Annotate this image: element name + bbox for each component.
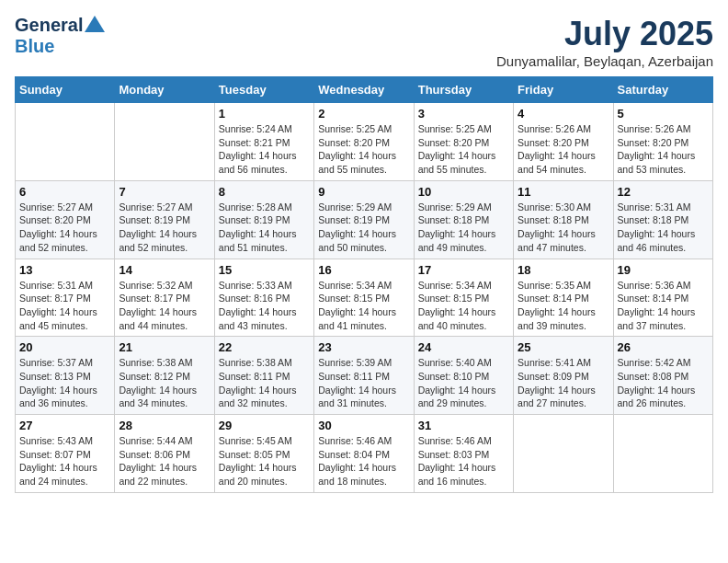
day-info: Sunrise: 5:46 AM Sunset: 8:03 PM Dayligh… <box>418 434 509 488</box>
day-number: 20 <box>19 340 110 354</box>
day-number: 2 <box>318 107 409 121</box>
day-cell: 17Sunrise: 5:34 AM Sunset: 8:15 PM Dayli… <box>414 259 513 337</box>
day-info: Sunrise: 5:45 AM Sunset: 8:05 PM Dayligh… <box>219 434 310 488</box>
day-number: 17 <box>418 263 509 277</box>
day-number: 25 <box>518 340 609 354</box>
week-row-1: 6Sunrise: 5:27 AM Sunset: 8:20 PM Daylig… <box>16 180 713 259</box>
day-cell: 14Sunrise: 5:32 AM Sunset: 8:17 PM Dayli… <box>115 259 214 337</box>
day-number: 30 <box>318 419 409 432</box>
day-number: 27 <box>19 419 110 432</box>
day-info: Sunrise: 5:44 AM Sunset: 8:06 PM Dayligh… <box>119 434 210 488</box>
day-info: Sunrise: 5:41 AM Sunset: 8:09 PM Dayligh… <box>518 356 609 410</box>
day-info: Sunrise: 5:28 AM Sunset: 8:19 PM Dayligh… <box>219 201 310 255</box>
col-thursday: Thursday <box>414 77 513 103</box>
logo-triangle-icon <box>85 16 105 32</box>
day-info: Sunrise: 5:29 AM Sunset: 8:18 PM Dayligh… <box>418 201 509 255</box>
day-cell: 8Sunrise: 5:28 AM Sunset: 8:19 PM Daylig… <box>214 180 313 259</box>
day-info: Sunrise: 5:34 AM Sunset: 8:15 PM Dayligh… <box>318 279 409 333</box>
day-cell: 26Sunrise: 5:42 AM Sunset: 8:08 PM Dayli… <box>613 337 712 415</box>
day-cell <box>16 103 115 181</box>
day-number: 4 <box>518 107 609 121</box>
day-info: Sunrise: 5:34 AM Sunset: 8:15 PM Dayligh… <box>418 279 509 333</box>
day-info: Sunrise: 5:25 AM Sunset: 8:20 PM Dayligh… <box>318 122 409 177</box>
day-cell <box>613 415 712 493</box>
day-cell: 20Sunrise: 5:37 AM Sunset: 8:13 PM Dayli… <box>16 337 115 415</box>
day-info: Sunrise: 5:35 AM Sunset: 8:14 PM Dayligh… <box>518 279 609 333</box>
day-info: Sunrise: 5:32 AM Sunset: 8:17 PM Dayligh… <box>119 279 210 333</box>
day-cell: 4Sunrise: 5:26 AM Sunset: 8:20 PM Daylig… <box>514 103 613 181</box>
day-cell: 22Sunrise: 5:38 AM Sunset: 8:11 PM Dayli… <box>214 337 313 415</box>
day-info: Sunrise: 5:38 AM Sunset: 8:11 PM Dayligh… <box>219 356 310 410</box>
day-info: Sunrise: 5:26 AM Sunset: 8:20 PM Dayligh… <box>618 122 709 177</box>
logo-general: General <box>15 15 83 36</box>
day-cell: 18Sunrise: 5:35 AM Sunset: 8:14 PM Dayli… <box>514 259 613 337</box>
day-cell: 15Sunrise: 5:33 AM Sunset: 8:16 PM Dayli… <box>214 259 313 337</box>
day-number: 15 <box>219 263 310 277</box>
calendar-header-row: SundayMondayTuesdayWednesdayThursdayFrid… <box>16 77 713 103</box>
day-cell: 29Sunrise: 5:45 AM Sunset: 8:05 PM Dayli… <box>214 415 313 493</box>
day-cell: 7Sunrise: 5:27 AM Sunset: 8:19 PM Daylig… <box>115 180 214 259</box>
day-cell: 25Sunrise: 5:41 AM Sunset: 8:09 PM Dayli… <box>514 337 613 415</box>
day-cell: 27Sunrise: 5:43 AM Sunset: 8:07 PM Dayli… <box>16 415 115 493</box>
day-number: 24 <box>418 340 509 354</box>
svg-marker-0 <box>85 16 105 32</box>
location-title: Dunyamalilar, Beylaqan, Azerbaijan <box>496 53 713 69</box>
day-cell: 10Sunrise: 5:29 AM Sunset: 8:18 PM Dayli… <box>414 180 513 259</box>
day-info: Sunrise: 5:40 AM Sunset: 8:10 PM Dayligh… <box>418 356 509 410</box>
day-cell: 16Sunrise: 5:34 AM Sunset: 8:15 PM Dayli… <box>314 259 414 337</box>
col-tuesday: Tuesday <box>214 77 313 103</box>
day-number: 14 <box>119 263 210 277</box>
day-cell: 3Sunrise: 5:25 AM Sunset: 8:20 PM Daylig… <box>414 103 513 181</box>
day-cell: 21Sunrise: 5:38 AM Sunset: 8:12 PM Dayli… <box>115 337 214 415</box>
month-title: July 2025 <box>496 15 713 53</box>
day-number: 19 <box>618 263 709 277</box>
header: General Blue July 2025 Dunyamalilar, Bey… <box>15 15 713 69</box>
day-cell: 24Sunrise: 5:40 AM Sunset: 8:10 PM Dayli… <box>414 337 513 415</box>
day-number: 8 <box>219 185 310 199</box>
day-cell: 12Sunrise: 5:31 AM Sunset: 8:18 PM Dayli… <box>613 180 712 259</box>
day-number: 1 <box>219 107 310 121</box>
calendar-body: 1Sunrise: 5:24 AM Sunset: 8:21 PM Daylig… <box>16 103 713 493</box>
week-row-0: 1Sunrise: 5:24 AM Sunset: 8:21 PM Daylig… <box>16 103 713 181</box>
week-row-4: 27Sunrise: 5:43 AM Sunset: 8:07 PM Dayli… <box>16 415 713 493</box>
day-cell: 9Sunrise: 5:29 AM Sunset: 8:19 PM Daylig… <box>314 180 414 259</box>
day-number: 6 <box>19 185 110 199</box>
col-wednesday: Wednesday <box>314 77 414 103</box>
col-monday: Monday <box>115 77 214 103</box>
day-info: Sunrise: 5:38 AM Sunset: 8:12 PM Dayligh… <box>119 356 210 410</box>
day-number: 10 <box>418 185 509 199</box>
title-area: July 2025 Dunyamalilar, Beylaqan, Azerba… <box>496 15 713 69</box>
day-info: Sunrise: 5:25 AM Sunset: 8:20 PM Dayligh… <box>418 122 509 177</box>
day-number: 21 <box>119 340 210 354</box>
day-info: Sunrise: 5:27 AM Sunset: 8:19 PM Dayligh… <box>119 201 210 255</box>
week-row-2: 13Sunrise: 5:31 AM Sunset: 8:17 PM Dayli… <box>16 259 713 337</box>
day-number: 5 <box>618 107 709 121</box>
week-row-3: 20Sunrise: 5:37 AM Sunset: 8:13 PM Dayli… <box>16 337 713 415</box>
day-number: 26 <box>618 340 709 354</box>
col-saturday: Saturday <box>613 77 712 103</box>
day-number: 23 <box>318 340 409 354</box>
day-cell: 23Sunrise: 5:39 AM Sunset: 8:11 PM Dayli… <box>314 337 414 415</box>
col-sunday: Sunday <box>16 77 115 103</box>
day-number: 3 <box>418 107 509 121</box>
day-number: 31 <box>418 419 509 432</box>
day-info: Sunrise: 5:42 AM Sunset: 8:08 PM Dayligh… <box>618 356 709 410</box>
day-number: 28 <box>119 419 210 432</box>
day-info: Sunrise: 5:33 AM Sunset: 8:16 PM Dayligh… <box>219 279 310 333</box>
day-info: Sunrise: 5:29 AM Sunset: 8:19 PM Dayligh… <box>318 201 409 255</box>
logo: General Blue <box>15 15 105 57</box>
day-info: Sunrise: 5:24 AM Sunset: 8:21 PM Dayligh… <box>219 122 310 177</box>
day-info: Sunrise: 5:37 AM Sunset: 8:13 PM Dayligh… <box>19 356 110 410</box>
day-cell: 1Sunrise: 5:24 AM Sunset: 8:21 PM Daylig… <box>214 103 313 181</box>
day-cell <box>514 415 613 493</box>
calendar: SundayMondayTuesdayWednesdayThursdayFrid… <box>15 76 713 493</box>
day-info: Sunrise: 5:31 AM Sunset: 8:18 PM Dayligh… <box>618 201 709 255</box>
day-cell: 11Sunrise: 5:30 AM Sunset: 8:18 PM Dayli… <box>514 180 613 259</box>
day-number: 12 <box>618 185 709 199</box>
day-number: 9 <box>318 185 409 199</box>
day-cell: 19Sunrise: 5:36 AM Sunset: 8:14 PM Dayli… <box>613 259 712 337</box>
day-info: Sunrise: 5:46 AM Sunset: 8:04 PM Dayligh… <box>318 434 409 488</box>
day-number: 16 <box>318 263 409 277</box>
day-cell: 2Sunrise: 5:25 AM Sunset: 8:20 PM Daylig… <box>314 103 414 181</box>
day-cell: 6Sunrise: 5:27 AM Sunset: 8:20 PM Daylig… <box>16 180 115 259</box>
